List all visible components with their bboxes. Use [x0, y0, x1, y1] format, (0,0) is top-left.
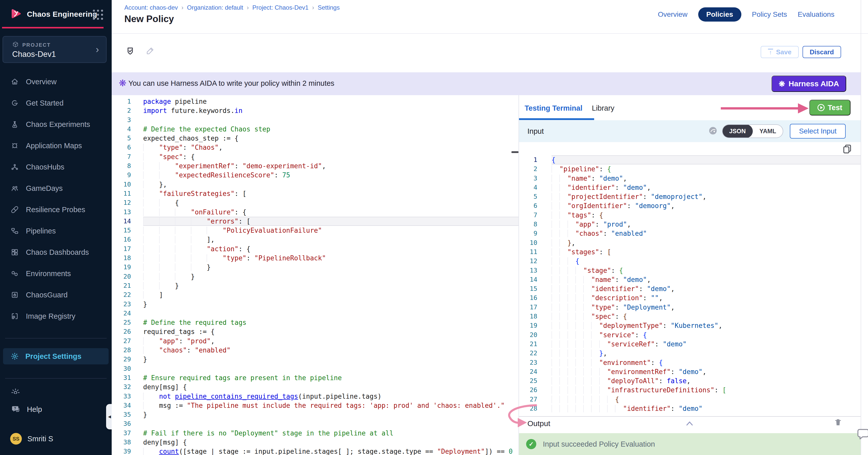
- play-icon: [817, 104, 825, 111]
- sidebar-item-label: Overview: [26, 78, 57, 86]
- sidebar-divider: [5, 378, 106, 379]
- sidebar-item-pipelines[interactable]: Pipelines: [0, 220, 112, 241]
- sidebar-item-resilience-probes[interactable]: Resilience Probes: [0, 199, 112, 220]
- module-grid-icon[interactable]: [93, 10, 103, 20]
- sidebar-item-label: GameDays: [26, 184, 63, 193]
- nav-policies-active[interactable]: Policies: [698, 7, 741, 22]
- cube-icon: [12, 41, 19, 49]
- help-chat-icon: ?: [11, 405, 21, 414]
- copy-icon[interactable]: [842, 143, 852, 155]
- project-selector[interactable]: PROJECT Chaos-Dev1 ›: [3, 36, 106, 63]
- flask-icon: [11, 120, 19, 128]
- nav-evaluations[interactable]: Evaluations: [798, 10, 835, 19]
- sidebar-item-label: ChaosGuard: [26, 291, 67, 299]
- sidebar-item-label: Pipelines: [26, 227, 56, 235]
- harness-aida-button[interactable]: ❋ Harness AIDA: [772, 76, 846, 92]
- target-icon: [11, 141, 19, 150]
- sidebar-item-gamedays[interactable]: GameDays: [0, 177, 112, 199]
- sidebar-item-image-registry[interactable]: Image Registry: [0, 305, 112, 327]
- support-chat-icon[interactable]: [856, 427, 868, 443]
- select-input-button[interactable]: Select Input: [790, 124, 846, 138]
- breadcrumb-organization[interactable]: Organization: default: [187, 4, 243, 11]
- input-section-header: Input JSON YAML Select Input: [519, 120, 861, 142]
- dashboards-icon: [11, 248, 19, 256]
- sidebar-item-label: Chaos Experiments: [26, 120, 90, 129]
- help-button[interactable]: ? Help: [11, 405, 42, 414]
- sidebar-item-chaosguard[interactable]: ChaosGuard: [0, 284, 112, 305]
- get-started-icon: [11, 99, 19, 107]
- input-json-editor[interactable]: 1{2 "pipeline": {3 "name": "demo",4 "ide…: [519, 142, 861, 416]
- test-label: Test: [828, 103, 842, 112]
- pipelines-icon: [11, 227, 19, 235]
- sidebar-item-label: ChaosHubs: [26, 163, 64, 171]
- sidebar-item-chaos-experiments[interactable]: Chaos Experiments: [0, 114, 112, 135]
- probe-icon: [11, 205, 19, 214]
- chevron-right-icon: ›: [96, 44, 99, 55]
- sidebar-item-get-started[interactable]: Get Started: [0, 92, 112, 114]
- active-tab-underline: [519, 118, 594, 120]
- editor-scrollbar-handle[interactable]: [512, 151, 519, 153]
- breadcrumb-separator: ›: [247, 4, 249, 11]
- sidebar-item-label: Project Settings: [25, 352, 82, 361]
- evaluation-result-bar: ✓ Input succeeded Policy Evaluation: [519, 433, 861, 455]
- breadcrumb-settings[interactable]: Settings: [318, 4, 340, 11]
- sparkle-icon: ❋: [779, 79, 785, 88]
- breadcrumb-separator: ›: [312, 4, 314, 11]
- save-button[interactable]: ↑ Save: [761, 46, 799, 58]
- sidebar-item-label: Environments: [26, 269, 71, 278]
- project-label: PROJECT: [22, 42, 51, 48]
- breadcrumb-project[interactable]: Project: Chaos-Dev1: [252, 4, 308, 11]
- policy-code-editor[interactable]: 1package pipeline2import future.keywords…: [112, 95, 519, 455]
- sidebar-item-project-settings[interactable]: Project Settings: [3, 348, 108, 364]
- right-edge-divider: [861, 0, 861, 455]
- sidebar-item-label: Chaos Dashboards: [26, 248, 89, 257]
- banner-text: You can use Harness AIDA to write your p…: [128, 79, 334, 88]
- project-name: Chaos-Dev1: [12, 50, 56, 59]
- chevron-up-icon[interactable]: [685, 420, 694, 428]
- top-nav: Overview Policies Policy Sets Evaluation…: [658, 7, 835, 22]
- policy-valid-icon[interactable]: [125, 46, 135, 57]
- header-divider: [112, 33, 868, 34]
- rego-icon[interactable]: [708, 126, 717, 136]
- tab-testing-terminal[interactable]: Testing Terminal: [525, 104, 583, 112]
- sidebar-item-label: Resilience Probes: [26, 205, 85, 214]
- upload-icon: ↑: [768, 49, 773, 55]
- nav-overview[interactable]: Overview: [658, 10, 687, 19]
- network-icon: [11, 163, 19, 171]
- sidebar-item-chaoshubs[interactable]: ChaosHubs: [0, 156, 112, 177]
- discard-label: Discard: [810, 48, 834, 56]
- input-label: Input: [527, 127, 544, 135]
- breadcrumb-separator: ›: [182, 4, 184, 11]
- nav-policy-sets[interactable]: Policy Sets: [752, 10, 787, 19]
- sidebar-item-overview[interactable]: Overview: [0, 71, 112, 92]
- result-message: Input succeeded Policy Evaluation: [543, 440, 655, 448]
- user-name: Smriti S: [27, 435, 53, 443]
- trash-icon[interactable]: [834, 418, 842, 428]
- app-title: Chaos Engineering: [27, 10, 97, 19]
- home-icon: [11, 78, 19, 86]
- breadcrumb: Account: chaos-dev › Organization: defau…: [124, 4, 340, 11]
- format-toggle: JSON YAML: [722, 124, 783, 138]
- edit-pencil-icon[interactable]: [145, 46, 155, 57]
- sidebar-item-label: Application Maps: [26, 141, 82, 150]
- brand-accent-line: [2, 27, 103, 28]
- sidebar-divider: [5, 338, 106, 338]
- aida-label: Harness AIDA: [788, 79, 839, 88]
- test-button[interactable]: Test: [809, 100, 850, 116]
- help-label: Help: [27, 405, 42, 414]
- harness-logo-icon[interactable]: [10, 8, 22, 21]
- discard-button[interactable]: Discard: [803, 46, 841, 58]
- breadcrumb-account[interactable]: Account: chaos-dev: [124, 4, 178, 11]
- sparkle-icon: ❋: [119, 78, 126, 89]
- people-icon: [11, 184, 19, 192]
- user-menu[interactable]: SS Smriti S: [10, 433, 53, 445]
- sidebar-item-application-maps[interactable]: Application Maps: [0, 135, 112, 156]
- registry-icon: [11, 312, 19, 320]
- save-label: Save: [776, 48, 792, 56]
- sidebar-item-chaos-dashboards[interactable]: Chaos Dashboards: [0, 241, 112, 263]
- sidebar-item-label: Get Started: [26, 99, 63, 107]
- tab-library[interactable]: Library: [592, 104, 615, 112]
- format-json-option[interactable]: JSON: [722, 124, 753, 138]
- sidebar-item-environments[interactable]: Environments: [0, 263, 112, 284]
- format-yaml-option[interactable]: YAML: [753, 128, 783, 135]
